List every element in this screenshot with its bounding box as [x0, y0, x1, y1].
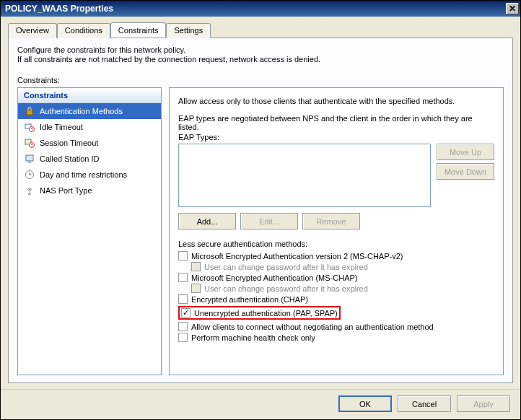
- checkbox-mschap-expired: User can change password after it has ex…: [191, 284, 494, 293]
- less-secure-section: Less secure authentication methods: Micr…: [178, 240, 494, 344]
- properties-window: POLICY_WAAS Properties ✕ Overview Condit…: [0, 0, 521, 420]
- sidebar-item-label: Session Timeout: [40, 139, 98, 147]
- checkbox-icon: [178, 251, 188, 261]
- sidebar-item-label: NAS Port Type: [40, 186, 92, 195]
- less-secure-label: Less secure authentication methods:: [178, 240, 494, 248]
- idle-timeout-icon: [24, 121, 35, 133]
- checkbox-label: User can change password after it has ex…: [204, 284, 368, 293]
- add-button[interactable]: Add...: [178, 213, 236, 229]
- checkbox-mschap2-expired: User can change password after it has ex…: [191, 262, 494, 271]
- close-button[interactable]: ✕: [506, 3, 519, 14]
- checkbox-chap[interactable]: Encrypted authentication (CHAP): [178, 294, 494, 304]
- panel-container: Constraints Authentication Methods Idle …: [17, 87, 504, 375]
- apply-button[interactable]: Apply: [457, 395, 510, 412]
- constraints-header: Constraints: [18, 88, 161, 103]
- eap-desc-text: EAP types are negotiated between NPS and…: [178, 114, 494, 131]
- checkbox-icon: [178, 333, 188, 342]
- sidebar-item-label: Day and time restrictions: [40, 170, 127, 179]
- checkbox-label: Unencrypted authentication (PAP, SPAP): [194, 309, 338, 318]
- tab-content: Configure the constraints for this netwo…: [8, 38, 513, 383]
- checkbox-label: User can change password after it has ex…: [204, 263, 368, 271]
- sidebar-item-called-station-id[interactable]: Called Station ID: [18, 151, 161, 167]
- checkbox-mschap[interactable]: Microsoft Encrypted Authentication (MS-C…: [178, 273, 494, 282]
- called-station-icon: [24, 153, 35, 165]
- svg-rect-0: [27, 110, 32, 115]
- checkbox-no-negotiation[interactable]: Allow clients to connect without negotia…: [178, 322, 494, 331]
- eap-action-buttons: Add... Edit... Remove: [178, 213, 494, 229]
- eap-row: Move Up Move Down: [178, 144, 494, 207]
- move-up-button[interactable]: Move Up: [437, 144, 494, 160]
- constraints-list-panel: Constraints Authentication Methods Idle …: [17, 87, 162, 375]
- checkbox-icon: [191, 284, 201, 293]
- eap-types-listbox[interactable]: [178, 144, 431, 207]
- window-title: POLICY_WAAS Properties: [5, 4, 113, 14]
- checkbox-icon[interactable]: ✓: [181, 308, 191, 318]
- sidebar-item-nas-port-type[interactable]: NAS Port Type: [18, 183, 161, 198]
- svg-rect-6: [28, 162, 31, 163]
- tab-bar: Overview Conditions Constraints Settings: [1, 17, 520, 38]
- session-timeout-icon: [24, 137, 35, 149]
- tab-constraints[interactable]: Constraints: [110, 22, 167, 38]
- ok-button[interactable]: OK: [338, 395, 392, 412]
- sidebar-item-session-timeout[interactable]: Session Timeout: [18, 135, 161, 151]
- sidebar-item-day-time-restrictions[interactable]: Day and time restrictions: [18, 167, 161, 183]
- sidebar-item-label: Authentication Methods: [40, 107, 123, 115]
- checkbox-label: Allow clients to connect without negotia…: [191, 323, 434, 331]
- clock-icon: [24, 169, 35, 180]
- checkbox-icon: [178, 294, 188, 304]
- description-line-1: Configure the constraints for this netwo…: [17, 45, 504, 54]
- checkbox-mschap2[interactable]: Microsoft Encrypted Authentication versi…: [178, 251, 494, 261]
- dialog-buttons: OK Cancel Apply: [1, 389, 520, 419]
- checkbox-label: Perform machine health check only: [191, 333, 315, 342]
- checkbox-label: Encrypted authentication (CHAP): [191, 295, 308, 304]
- remove-button[interactable]: Remove: [302, 213, 360, 229]
- close-icon: ✕: [509, 4, 516, 14]
- sidebar-item-label: Idle Timeout: [40, 123, 83, 131]
- checkbox-label: Microsoft Encrypted Authentication (MS-C…: [191, 274, 357, 282]
- constraints-label: Constraints:: [17, 76, 504, 84]
- intro-text: Allow access only to those clients that …: [178, 97, 494, 105]
- lock-icon: [24, 105, 35, 117]
- checkbox-icon: [178, 273, 188, 282]
- nas-port-icon: [24, 185, 35, 196]
- titlebar: POLICY_WAAS Properties ✕: [1, 1, 520, 17]
- highlight-pap: ✓ Unencrypted authentication (PAP, SPAP): [178, 306, 341, 320]
- move-down-button[interactable]: Move Down: [437, 163, 494, 180]
- checkbox-machine-health[interactable]: Perform machine health check only: [178, 333, 494, 342]
- svg-rect-8: [28, 193, 31, 195]
- eap-types-label: EAP Types:: [178, 133, 494, 141]
- cancel-button[interactable]: Cancel: [398, 395, 451, 412]
- sidebar-item-authentication-methods[interactable]: Authentication Methods: [18, 103, 161, 119]
- sidebar-item-idle-timeout[interactable]: Idle Timeout: [18, 119, 161, 135]
- tab-overview[interactable]: Overview: [8, 23, 57, 38]
- checkbox-icon: [178, 322, 188, 331]
- sidebar-item-label: Called Station ID: [40, 154, 100, 163]
- checkbox-label: Microsoft Encrypted Authentication versi…: [191, 252, 403, 261]
- description-line-2: If all constraints are not matched by th…: [17, 55, 504, 64]
- tab-conditions[interactable]: Conditions: [57, 23, 110, 38]
- eap-move-buttons: Move Up Move Down: [437, 144, 494, 207]
- tab-settings[interactable]: Settings: [166, 23, 211, 38]
- details-panel: Allow access only to those clients that …: [169, 87, 504, 375]
- edit-button[interactable]: Edit...: [240, 213, 298, 229]
- checkbox-icon: [191, 262, 201, 271]
- svg-rect-5: [26, 155, 33, 161]
